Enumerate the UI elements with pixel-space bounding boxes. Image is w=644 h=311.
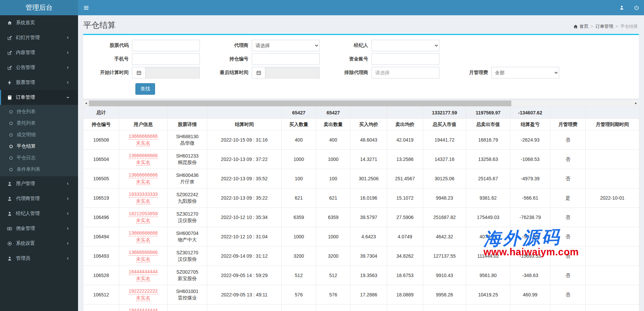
app-logo[interactable]: 管理后台: [0, 0, 78, 15]
sidebar-item-系统设置[interactable]: 系统设置: [0, 236, 78, 251]
user-realname-link[interactable]: 未实名: [136, 179, 150, 185]
buy-value-cell: 127137.55: [423, 246, 466, 266]
monthly-expire-cell: [586, 208, 639, 227]
sidebar-subitem-平仓结算[interactable]: 平仓结算: [0, 141, 78, 152]
breadcrumb-item-订单管理[interactable]: 订单管理: [595, 23, 613, 30]
user-phone-link[interactable]: 19222222222: [129, 288, 158, 294]
sidebar-item-label: 用户管理: [16, 181, 35, 187]
scroll-right-arrow-icon[interactable]: ►: [633, 100, 639, 106]
position-id-cell: 106508: [83, 130, 119, 150]
monthly-fee-cell: 否: [550, 150, 586, 169]
stock-code: SH600436: [169, 172, 206, 179]
agent-select[interactable]: 请选择: [252, 40, 320, 51]
sidebar-item-佣金管理[interactable]: 佣金管理: [0, 221, 78, 236]
end-time-calendar-icon[interactable]: [252, 67, 265, 78]
sidebar-item-内容管理[interactable]: 内容管理: [0, 45, 78, 60]
breadcrumb: 首页>订单管理>平仓结算: [573, 23, 638, 30]
scroll-left-arrow-icon[interactable]: ◄: [83, 100, 89, 106]
sidebar-item-股票管理[interactable]: 股票管理: [0, 75, 78, 90]
sidebar-item-公告管理[interactable]: 公告管理: [0, 60, 78, 75]
user-phone-link[interactable]: 13666666666: [129, 172, 158, 178]
logout-button[interactable]: [629, 0, 644, 15]
sidebar-item-代理商管理[interactable]: 代理商管理: [0, 191, 78, 206]
user-phone-link[interactable]: 13666666666: [129, 133, 158, 140]
settle-time-cell: 2022-09-14 09 : 31:12: [207, 246, 282, 266]
settle-time-cell: 2022-10-15 09 : 31:16: [207, 130, 282, 150]
user-realname-link[interactable]: 未实名: [136, 237, 150, 243]
buy-avg-cell: 16.0196: [351, 188, 387, 208]
chevron-left-icon: [65, 36, 70, 40]
totals-cell: -134607.62: [510, 107, 550, 119]
sidebar-subitem-条件单列表[interactable]: 条件单列表: [0, 164, 78, 175]
monthly-fee-cell: 否: [550, 130, 586, 150]
sidebar-item-订单管理[interactable]: 订单管理: [0, 90, 78, 105]
sidebar-subitem-平仓日志[interactable]: 平仓日志: [0, 152, 78, 164]
user-phone-link[interactable]: 19333333333: [129, 191, 158, 198]
totals-cell: 65427: [316, 107, 351, 119]
user-phone-link[interactable]: 13666666666: [129, 230, 158, 236]
sell-avg-cell: 18.0889: [387, 285, 423, 305]
user-phone-link[interactable]: 16444444444: [129, 269, 158, 275]
user-phone-link[interactable]: 19444444444: [129, 308, 158, 311]
navbar-right: [614, 0, 644, 15]
sidebar-item-经纪人管理[interactable]: 经纪人管理: [0, 206, 78, 221]
sidebar-item-用户管理[interactable]: 用户管理: [0, 176, 78, 191]
user-realname-link[interactable]: 未实名: [136, 295, 150, 301]
sidebar-item-幻灯片管理[interactable]: 幻灯片管理: [0, 30, 78, 45]
sidebar-item-label: 管理员: [16, 255, 30, 261]
monthly-fee-select[interactable]: 全部: [491, 67, 559, 78]
breadcrumb-label: 订单管理: [595, 23, 613, 30]
sidebar-subitem-持仓列表[interactable]: 持仓列表: [0, 106, 78, 117]
sidebar-subitem-成交明细[interactable]: 成交明细: [0, 129, 78, 141]
column-header-月管理到期时间: 月管理到期时间: [586, 119, 639, 130]
user-realname-link[interactable]: 未实名: [136, 218, 150, 224]
sell-value-cell: 10021.66: [466, 305, 510, 311]
user-icon: [6, 181, 13, 186]
scrollbar-thumb[interactable]: [89, 100, 511, 106]
end-time-input[interactable]: [265, 67, 320, 78]
exclude-agent-input[interactable]: [372, 67, 439, 78]
start-time-calendar-icon[interactable]: [132, 67, 146, 78]
user-phone-link[interactable]: 13666666666: [129, 250, 158, 256]
user-phone-link[interactable]: 13666666666: [129, 153, 158, 159]
sell-value-cell: 13258.63: [466, 150, 510, 169]
broker-select[interactable]: [372, 40, 439, 51]
position-no-input[interactable]: [252, 53, 320, 65]
user-info-cell: 13666666666未实名: [119, 169, 168, 188]
sidebar-item-系统首页[interactable]: 系统首页: [0, 15, 78, 30]
totals-cell: [168, 107, 207, 119]
fund-account-input[interactable]: [372, 53, 439, 65]
user-realname-link[interactable]: 未实名: [136, 160, 150, 166]
stock-name: 晋控煤业: [169, 295, 206, 301]
monthly-expire-cell: [586, 130, 639, 150]
user-menu-button[interactable]: [614, 0, 629, 15]
sidebar-subitem-委托列表[interactable]: 委托列表: [0, 117, 78, 129]
settlement-table: 总计65427654271332177.591197569.97-134607.…: [83, 106, 639, 311]
horizontal-scrollbar[interactable]: ◄ ►: [83, 100, 639, 106]
home-icon: [6, 20, 13, 25]
user-icon: [619, 5, 624, 10]
user-info-cell: 19444444444未实名: [119, 305, 168, 311]
user-realname-link[interactable]: 未实名: [136, 140, 150, 146]
buy-value-cell: 9921.92: [423, 305, 466, 311]
totals-cell: 65427: [282, 107, 316, 119]
user-realname-link[interactable]: 未实名: [136, 256, 150, 262]
sidebar-item-label: 系统首页: [16, 20, 35, 26]
user-realname-link[interactable]: 未实名: [136, 198, 150, 204]
stock-name: 物产中大: [169, 237, 206, 243]
start-time-input[interactable]: [146, 67, 200, 78]
sell-qty-cell: 3200: [316, 246, 351, 266]
buy-value-cell: 14327.16: [423, 150, 466, 169]
search-button[interactable]: 查找: [135, 83, 155, 95]
stock-code-input[interactable]: [132, 40, 200, 51]
user-realname-link[interactable]: 未实名: [136, 276, 150, 282]
sidebar-item-管理员[interactable]: 管理员: [0, 251, 78, 266]
sidebar-toggle-button[interactable]: [78, 0, 94, 15]
user-phone-link[interactable]: 18212053859: [129, 211, 158, 217]
phone-input[interactable]: [132, 53, 200, 65]
sell-qty-cell: 621: [316, 188, 351, 208]
money-icon: [6, 226, 13, 231]
start-time-group: [132, 67, 200, 78]
user-info-cell: 13666666666未实名: [119, 227, 168, 246]
monthly-fee-label: 月管理费: [446, 70, 491, 76]
